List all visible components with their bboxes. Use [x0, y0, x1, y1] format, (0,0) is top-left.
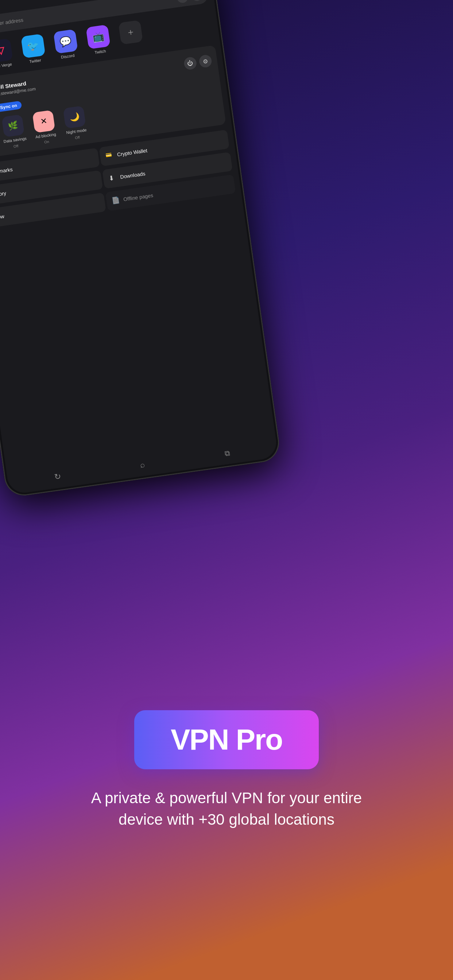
twitter-icon-bg: 🐦 [21, 33, 46, 58]
adblock-toggle-icon: ✕ [32, 110, 55, 133]
night-toggle-icon: 🌙 [63, 106, 86, 129]
phone-scene: ▾▾ ▲▲ ▐█▌ G Search or enter address ⊞ [0, 0, 284, 547]
offline-icon: 📄 [111, 196, 120, 205]
offline-label: Offline pages [123, 192, 153, 202]
downloads-icon: ⬇ [108, 173, 117, 183]
crypto-label: Crypto Wallet [117, 148, 148, 158]
night-toggle-status: Off [75, 135, 80, 140]
twitch-label: Twitch [94, 49, 107, 55]
discord-icon-bg: 💬 [53, 29, 78, 54]
vpn-pro-title: VPN Pro [171, 723, 282, 756]
toggle-data[interactable]: 🌿 Data savings Off [0, 114, 29, 150]
search-nav-button[interactable]: ⌕ [134, 457, 151, 473]
night-icon: 🌙 [69, 112, 80, 123]
profile-controls: ⏻ ⚙ [183, 54, 212, 70]
full-page: ▾▾ ▲▲ ▐█▌ G Search or enter address ⊞ [0, 0, 453, 980]
add-icon-bg: + [118, 20, 143, 45]
verge-icon-bg: ▽ [0, 38, 13, 63]
flow-label: Flow [0, 213, 5, 221]
phone-screen: ▾▾ ▲▲ ▐█▌ G Search or enter address ⊞ [0, 0, 278, 495]
twitch-icon-bg: 📺 [86, 24, 110, 49]
power-icon: ⏻ [187, 60, 193, 67]
bookmarks-label: Bookmarks [0, 167, 13, 176]
data-toggle-label: Data savings [3, 136, 27, 144]
vpn-description: A private & powerful VPN for your entire… [81, 788, 372, 830]
add-icon: + [127, 26, 134, 38]
bottom-nav: ↻ ⌕ ⧉ [6, 435, 278, 495]
sync-badge[interactable]: Sync on [0, 100, 22, 112]
adblock-icon: ✕ [40, 116, 48, 127]
night-toggle-label: Night mode [66, 127, 87, 135]
crypto-icon: 💳 [105, 151, 114, 161]
shortcut-twitch[interactable]: 📺 Twitch [82, 24, 115, 56]
verge-label: The Verge [0, 62, 12, 69]
discord-label: Discord [61, 53, 75, 59]
refresh-icon: ↻ [54, 472, 62, 482]
shortcut-discord[interactable]: 💬 Discord [49, 29, 83, 60]
adblock-toggle-status: On [44, 140, 49, 145]
data-icon: 🌿 [8, 120, 19, 131]
settings-button[interactable]: ⚙ [198, 54, 212, 68]
tabs-icon: ⧉ [224, 449, 231, 458]
phone-device: ▾▾ ▲▲ ▐█▌ G Search or enter address ⊞ [0, 0, 282, 498]
vpn-pro-pill[interactable]: VPN Pro [134, 710, 319, 769]
history-label: History [0, 190, 6, 198]
search-action-icons: ⊞ 🎤 [176, 0, 203, 4]
qr-button[interactable]: ⊞ [176, 0, 188, 4]
shortcut-add[interactable]: + [115, 19, 147, 51]
settings-icon: ⚙ [203, 57, 209, 65]
data-toggle-icon: 🌿 [2, 114, 24, 137]
shortcut-verge[interactable]: ▽ The Verge [0, 38, 18, 69]
adblock-toggle-label: Ad blocking [35, 132, 56, 140]
discord-icon: 💬 [59, 35, 72, 48]
twitch-icon: 📺 [91, 30, 105, 43]
shortcut-twitter[interactable]: 🐦 Twitter [17, 33, 50, 65]
downloads-label: Downloads [120, 170, 146, 180]
toggle-adblock[interactable]: ✕ Ad blocking On [30, 110, 59, 146]
twitter-label: Twitter [29, 58, 41, 64]
vpn-bottom-section: VPN Pro A private & powerful VPN for you… [0, 597, 453, 980]
tabs-button[interactable]: ⧉ [219, 445, 236, 461]
search-nav-icon: ⌕ [139, 460, 145, 470]
verge-icon: ▽ [0, 45, 5, 57]
data-toggle-status: Off [13, 144, 19, 149]
power-button[interactable]: ⏻ [183, 57, 197, 70]
toggle-night[interactable]: 🌙 Night mode Off [61, 105, 91, 142]
refresh-button[interactable]: ↻ [49, 469, 66, 485]
mic-button[interactable]: 🎤 [191, 0, 203, 2]
twitter-icon: 🐦 [27, 40, 40, 52]
